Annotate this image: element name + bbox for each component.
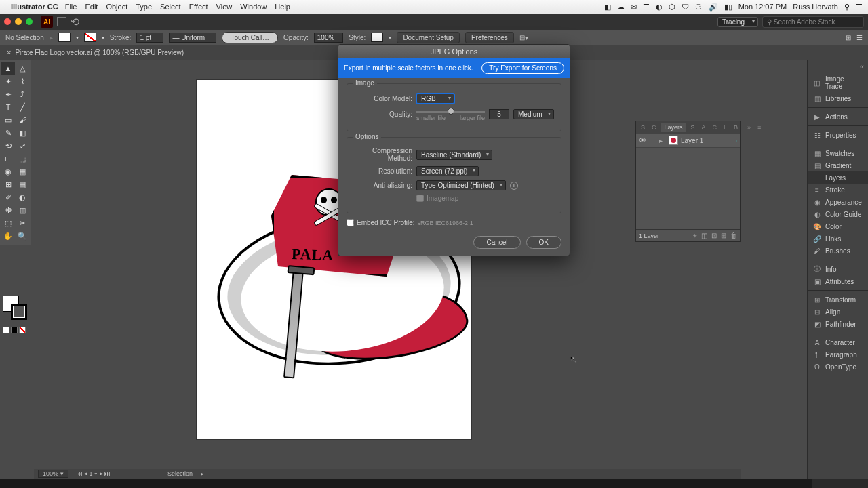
paintbrush-tool[interactable]: 🖌 [16, 114, 29, 126]
align-icon[interactable]: ⊟▾ [519, 34, 528, 41]
panel-stroke[interactable]: ≡Stroke [808, 184, 868, 196]
status-icon[interactable]: ☰ [643, 3, 650, 12]
zoom-tool[interactable]: 🔍 [16, 230, 29, 242]
bridge-icon[interactable] [57, 17, 66, 26]
hand-tool[interactable]: ✋ [1, 230, 15, 242]
document-tab[interactable]: Pirate Flag Logo vector.ai @ 100% (RGB/G… [15, 49, 184, 56]
fill-stroke-colors[interactable] [3, 296, 27, 320]
free-transform-tool[interactable]: ⬚ [16, 152, 29, 165]
selection-tool[interactable]: ▲ [1, 62, 15, 75]
shaper-tool[interactable]: ✎ [1, 127, 15, 139]
stroke-color[interactable] [11, 304, 27, 320]
visibility-icon[interactable]: 👁 [639, 136, 647, 144]
symbol-sprayer-tool[interactable]: ❋ [1, 204, 15, 216]
menu-edit[interactable]: Edit [85, 3, 98, 11]
fill-swatch[interactable] [58, 33, 71, 42]
lasso-tool[interactable]: ⌇ [16, 75, 29, 87]
panel-opentype[interactable]: OOpenType [808, 361, 868, 373]
info-icon[interactable]: i [510, 182, 518, 190]
user-name[interactable]: Russ Horvath [793, 3, 838, 11]
panel-toggle-icon[interactable]: ⊞ [846, 34, 851, 41]
quality-preset-select[interactable]: Medium [513, 109, 554, 119]
layers-tab[interactable]: Layers [661, 123, 686, 132]
panel-align[interactable]: ⊟Align [808, 306, 868, 318]
try-export-button[interactable]: Try Export for Screens [481, 62, 564, 74]
panel-color-guide[interactable]: ◐Color Guide [808, 208, 868, 220]
curvature-tool[interactable]: ⤴ [16, 88, 29, 100]
gradient-tool[interactable]: ▤ [16, 178, 29, 190]
panel-image-trace[interactable]: ◫Image Trace [808, 73, 868, 92]
stroke-swatch[interactable] [84, 33, 96, 42]
status-icon[interactable]: ◧ [604, 3, 611, 12]
layer-name[interactable]: Layer 1 [681, 137, 703, 144]
opacity-field[interactable]: 100% [314, 33, 344, 43]
menu-effect[interactable]: Effect [189, 3, 208, 11]
app-name[interactable]: Illustrator CC [11, 3, 58, 11]
workspace-switcher[interactable]: Tracing [717, 17, 758, 27]
shape-builder-tool[interactable]: ◉ [1, 165, 15, 178]
panel-paragraph[interactable]: ¶Paragraph [808, 348, 868, 361]
sync-icon[interactable]: ⟲ [71, 16, 79, 28]
clock[interactable]: Mon 12:07 PM [738, 3, 787, 11]
line-tool[interactable]: ╱ [16, 101, 29, 113]
wifi-icon[interactable]: ⚆ [695, 3, 702, 12]
panel-character[interactable]: ACharacter [808, 336, 868, 348]
notification-icon[interactable]: ☰ [856, 3, 863, 12]
graph-tool[interactable]: ▥ [16, 204, 29, 216]
preferences-button[interactable]: Preferences [465, 32, 514, 43]
panel-color[interactable]: 🎨Color [808, 220, 868, 232]
slice-tool[interactable]: ✂ [16, 217, 29, 229]
collapse-icon[interactable]: « [860, 62, 864, 70]
ok-button[interactable]: OK [526, 236, 561, 249]
menu-object[interactable]: Object [106, 3, 127, 11]
locate-icon[interactable]: ⌖ [693, 232, 697, 240]
perspective-tool[interactable]: ▦ [16, 165, 29, 178]
zoom-field[interactable]: 100% ▾ [38, 470, 68, 478]
none-mode[interactable] [19, 327, 26, 333]
scale-tool[interactable]: ⤢ [16, 140, 29, 152]
panel-transform[interactable]: ⊞Transform [808, 293, 868, 306]
spotlight-icon[interactable]: ⚲ [844, 3, 850, 12]
rotate-tool[interactable]: ⟲ [1, 140, 15, 152]
volume-icon[interactable]: 🔊 [709, 3, 718, 12]
resolution-select[interactable]: Screen (72 ppi) [416, 166, 479, 176]
status-icon[interactable]: ◐ [656, 3, 663, 12]
width-tool[interactable]: ⫍ [1, 152, 15, 165]
status-menu[interactable]: ▸ [201, 470, 204, 477]
stroke-weight-field[interactable]: 1 pt [136, 33, 163, 43]
tab-close-button[interactable]: × [7, 48, 11, 56]
panel-properties[interactable]: ☷Properties [808, 129, 868, 141]
menu-select[interactable]: Select [160, 3, 181, 11]
panel-actions[interactable]: ▶Actions [808, 110, 868, 123]
stroke-profile-field[interactable]: — Uniform [169, 33, 216, 43]
gradient-mode[interactable] [11, 327, 18, 333]
blend-tool[interactable]: ◐ [16, 191, 29, 203]
layer-row[interactable]: 👁 ▸ Layer 1 ○ [636, 134, 740, 148]
menu-window[interactable]: Window [240, 3, 267, 11]
direct-selection-tool[interactable]: △ [16, 62, 29, 75]
embed-icc-checkbox[interactable]: Embed ICC Profile: sRGB IEC61966-2.1 [347, 219, 561, 226]
panel-info[interactable]: ⓘInfo [808, 263, 868, 275]
new-layer-icon[interactable]: ⊞ [721, 232, 726, 239]
rectangle-tool[interactable]: ▭ [1, 114, 15, 126]
artboard-tool[interactable]: ⬚ [1, 217, 15, 229]
menu-file[interactable]: File [65, 3, 77, 11]
target-icon[interactable]: ○ [733, 137, 737, 144]
color-mode[interactable] [3, 327, 9, 333]
style-swatch[interactable] [371, 33, 383, 42]
menu-view[interactable]: View [216, 3, 233, 11]
minimize-window-button[interactable] [15, 18, 22, 25]
panel-pathfinder[interactable]: ◩Pathfinder [808, 318, 868, 330]
panel-attributes[interactable]: ▣Attributes [808, 275, 868, 287]
panel-brushes[interactable]: 🖌Brushes [808, 245, 868, 257]
expand-icon[interactable]: ▸ [659, 137, 666, 144]
quality-value-field[interactable] [489, 109, 509, 119]
mesh-tool[interactable]: ⊞ [1, 178, 15, 190]
close-window-button[interactable] [4, 18, 11, 25]
menu-type[interactable]: Type [136, 3, 152, 11]
search-stock[interactable]: ⚲ Search Adobe Stock [762, 16, 864, 28]
magic-wand-tool[interactable]: ✦ [1, 75, 15, 87]
artboard-nav[interactable]: ⏮ ◀ 1 ▾ ▶ ⏭ [77, 470, 111, 477]
panel-menu-icon[interactable]: ☰ [856, 34, 863, 41]
panel-expand-icon[interactable]: » [745, 123, 753, 132]
